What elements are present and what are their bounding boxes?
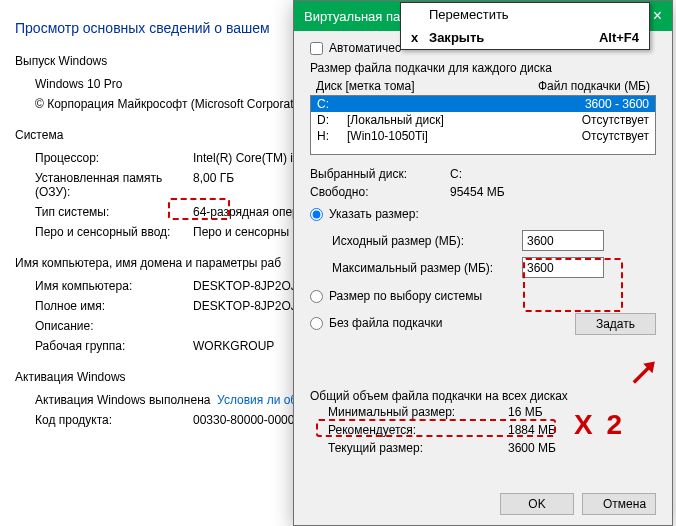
virtual-memory-dialog: Виртуальная память × Автоматичес Размер … bbox=[293, 0, 673, 526]
pcname-label: Имя компьютера: bbox=[35, 279, 193, 293]
activation-status: Активация Windows выполнена bbox=[35, 393, 210, 407]
systype-label: Тип системы: bbox=[35, 205, 193, 219]
auto-manage-label: Автоматичес bbox=[329, 41, 401, 55]
current-size-value: 3600 МБ bbox=[508, 441, 556, 455]
wg-label: Рабочая группа: bbox=[35, 339, 193, 353]
disk-header-disk: Диск [метка тома] bbox=[316, 79, 466, 93]
close-icon: x bbox=[411, 30, 429, 45]
pagefile-group-label: Размер файла подкачки для каждого диска bbox=[310, 61, 656, 75]
pen-label: Перо и сенсорный ввод: bbox=[35, 225, 193, 239]
total-pagefile-label: Общий объем файла подкачки на всех диска… bbox=[310, 389, 656, 403]
pcname-value: DESKTOP-8JP2OJT bbox=[193, 279, 304, 293]
initial-size-label: Исходный размер (МБ): bbox=[332, 234, 522, 248]
desc-label: Описание: bbox=[35, 319, 193, 333]
max-size-input[interactable] bbox=[522, 257, 604, 278]
radio-system-managed[interactable] bbox=[310, 290, 323, 303]
sysmenu-move[interactable]: Переместить bbox=[401, 3, 649, 26]
free-space-value: 95454 МБ bbox=[450, 185, 505, 199]
max-size-label: Максимальный размер (МБ): bbox=[332, 261, 522, 275]
annotation-x2: X 2 bbox=[574, 409, 625, 441]
window-system-menu[interactable]: Переместить xЗакрытьAlt+F4 bbox=[400, 2, 650, 50]
cancel-button[interactable]: Отмена bbox=[582, 493, 656, 515]
edition-value: Windows 10 Pro bbox=[35, 77, 122, 91]
pid-label: Код продукта: bbox=[35, 413, 193, 427]
auto-manage-checkbox[interactable] bbox=[310, 42, 323, 55]
sysmenu-hotkey: Alt+F4 bbox=[599, 30, 639, 45]
selected-disk-value: C: bbox=[450, 167, 462, 181]
ok-button[interactable]: OK bbox=[500, 493, 574, 515]
disk-row[interactable]: C:3600 - 3600 bbox=[311, 96, 655, 112]
free-space-label: Свободно: bbox=[310, 185, 450, 199]
current-size-label: Текущий размер: bbox=[328, 441, 508, 455]
close-icon[interactable]: × bbox=[653, 7, 662, 25]
full-value: DESKTOP-8JP2OJT bbox=[193, 299, 304, 313]
disk-row[interactable]: H:[Win10-1050Ti]Отсутствует bbox=[311, 128, 655, 144]
min-size-label: Минимальный размер: bbox=[328, 405, 508, 419]
disk-row[interactable]: D:[Локальный диск]Отсутствует bbox=[311, 112, 655, 128]
disk-header-pf: Файл подкачки (МБ) bbox=[538, 79, 650, 93]
set-button[interactable]: Задать bbox=[575, 313, 656, 335]
radio-custom-size-label: Указать размер: bbox=[329, 207, 419, 221]
min-size-value: 16 МБ bbox=[508, 405, 543, 419]
pen-value: Перо и сенсорны bbox=[193, 225, 289, 239]
ram-label: Установленная память (ОЗУ): bbox=[35, 171, 193, 199]
radio-no-pagefile[interactable] bbox=[310, 317, 323, 330]
wg-value: WORKGROUP bbox=[193, 339, 274, 353]
radio-no-pagefile-label: Без файла подкачки bbox=[329, 316, 442, 330]
recommended-label: Рекомендуется: bbox=[328, 423, 508, 437]
sysmenu-close[interactable]: xЗакрытьAlt+F4 bbox=[401, 26, 649, 49]
full-label: Полное имя: bbox=[35, 299, 193, 313]
cpu-label: Процессор: bbox=[35, 151, 193, 165]
recommended-value: 1884 МБ bbox=[508, 423, 556, 437]
ram-value: 8,00 ГБ bbox=[193, 171, 234, 199]
systype-value: 64-разрядная опер bbox=[193, 205, 299, 219]
radio-system-managed-label: Размер по выбору системы bbox=[329, 289, 482, 303]
disk-listbox[interactable]: C:3600 - 3600 D:[Локальный диск]Отсутств… bbox=[310, 95, 656, 155]
cpu-value: Intel(R) Core(TM) i bbox=[193, 151, 293, 165]
selected-disk-label: Выбранный диск: bbox=[310, 167, 450, 181]
initial-size-input[interactable] bbox=[522, 230, 604, 251]
radio-custom-size[interactable] bbox=[310, 208, 323, 221]
